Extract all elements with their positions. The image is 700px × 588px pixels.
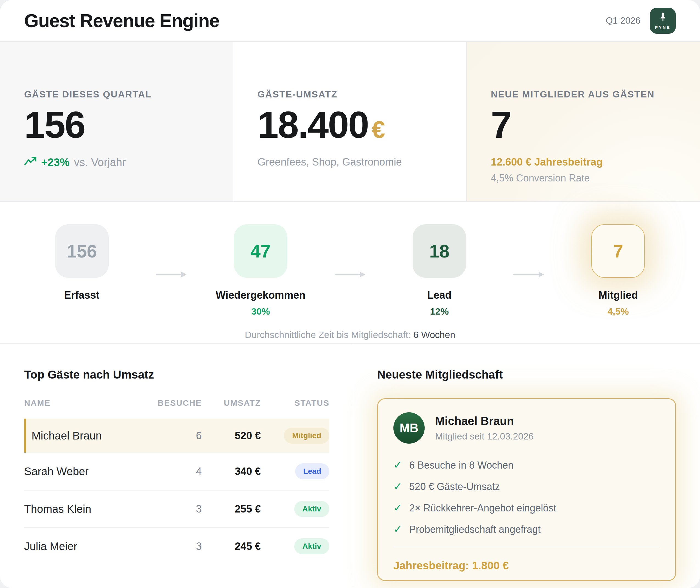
membership-card-header: MB Michael Braun Mitglied seit 12.03.202… — [393, 412, 660, 444]
top-guests-panel: Top Gäste nach Umsatz NAME BESUCHE UMSAT… — [0, 344, 353, 587]
check-icon: ✓ — [393, 480, 402, 492]
stats-row: GÄSTE DIESES QUARTAL 156 +23% vs. Vorjah… — [0, 41, 700, 202]
check-icon: ✓ — [393, 523, 402, 535]
guests-table: NAME BESUCHE UMSATZ STATUS Michael Braun… — [24, 398, 329, 565]
delta-suffix: vs. Vorjahr — [74, 156, 126, 169]
stat-value: 18.400 € — [257, 106, 447, 144]
check-text: 2× Rückkehrer-Angebot eingelöst — [409, 502, 556, 514]
revenue-amount: 18.400 — [257, 106, 368, 144]
status-badge: Aktiv — [294, 501, 329, 517]
euro-currency: € — [372, 117, 385, 142]
page-title: Guest Revenue Engine — [24, 10, 219, 31]
guests-table-title: Top Gäste nach Umsatz — [24, 368, 329, 381]
arrow-right-icon — [156, 271, 187, 317]
check-text: 6 Besuche in 8 Wochen — [409, 460, 514, 471]
column-header-revenue: UMSATZ — [202, 398, 261, 408]
guest-status: Aktiv — [261, 501, 329, 517]
annual-fee: Jahresbeitrag: 1.800 € — [393, 559, 660, 572]
avatar: MB — [393, 412, 425, 444]
check-icon: ✓ — [393, 502, 402, 514]
stat-subtext: Greenfees, Shop, Gastronomie — [257, 156, 447, 168]
status-badge: Mitglied — [284, 428, 329, 444]
funnel-step-label: Mitglied — [598, 289, 638, 301]
divider — [393, 547, 660, 547]
bottom-section: Top Gäste nach Umsatz NAME BESUCHE UMSAT… — [0, 344, 700, 587]
table-row[interactable]: Thomas Klein 3 255 € Aktiv — [24, 490, 329, 527]
guest-name: Sarah Weber — [24, 465, 155, 478]
funnel-step-wiedergekommen: 47 Wiedergekommen 30% — [214, 224, 307, 317]
stat-card-revenue: GÄSTE-UMSATZ 18.400 € Greenfees, Shop, G… — [233, 42, 467, 201]
funnel-step-percent: 12% — [430, 306, 449, 317]
funnel-step-percent: 30% — [251, 306, 270, 317]
funnel-step-label: Lead — [427, 289, 452, 301]
newest-membership-panel: Neueste Mitgliedschaft MB Michael Braun … — [353, 344, 699, 587]
brand-logo: PYNE — [650, 8, 676, 34]
list-item: ✓ 6 Besuche in 8 Wochen — [393, 459, 660, 471]
check-text: Probemitgliedschaft angefragt — [409, 524, 541, 535]
guest-revenue: 520 € — [202, 430, 261, 442]
conversion-funnel: 156 Erfasst 47 Wiedergekommen 30% — [0, 202, 700, 344]
pine-tree-icon — [658, 12, 668, 24]
header-right: Q1 2026 PYNE — [606, 8, 676, 34]
funnel-step-label: Erfasst — [64, 289, 100, 301]
guest-visits: 3 — [155, 541, 202, 552]
guest-name: Thomas Klein — [24, 503, 155, 515]
membership-checklist: ✓ 6 Besuche in 8 Wochen ✓ 520 € Gäste-Um… — [393, 459, 660, 535]
guest-name: Julia Meier — [24, 540, 155, 553]
guest-revenue: 340 € — [202, 466, 261, 477]
funnel-box: 18 — [413, 224, 466, 278]
table-row[interactable]: Sarah Weber 4 340 € Lead — [24, 453, 329, 490]
funnel-step-label: Wiedergekommen — [216, 289, 306, 301]
list-item: ✓ 2× Rückkehrer-Angebot eingelöst — [393, 502, 660, 514]
trending-up-icon — [24, 156, 37, 169]
guest-visits: 6 — [155, 430, 202, 442]
guest-name: Michael Braun — [32, 430, 155, 442]
avg-time-label: Durchschnittliche Zeit bis Mitgliedschaf… — [245, 329, 411, 340]
check-text: 520 € Gäste-Umsatz — [409, 481, 500, 492]
header: Guest Revenue Engine Q1 2026 PYNE — [0, 0, 700, 41]
funnel-step-lead: 18 Lead 12% — [393, 224, 486, 317]
funnel-row: 156 Erfasst 47 Wiedergekommen 30% — [0, 202, 700, 317]
column-header-status: STATUS — [261, 398, 329, 408]
stat-highlight: 12.600 € Jahresbeitrag — [491, 156, 681, 168]
stat-label: GÄSTE DIESES QUARTAL — [24, 89, 214, 100]
list-item: ✓ Probemitgliedschaft angefragt — [393, 523, 660, 535]
list-item: ✓ 520 € Gäste-Umsatz — [393, 480, 660, 492]
guest-revenue: 245 € — [202, 541, 261, 552]
funnel-box: 156 — [55, 224, 109, 278]
avg-time-value: 6 Wochen — [413, 329, 455, 340]
guest-visits: 3 — [155, 503, 202, 515]
table-row[interactable]: Michael Braun 6 520 € Mitglied — [24, 419, 329, 453]
funnel-box: 7 — [591, 224, 645, 278]
arrow-right-icon — [513, 271, 544, 317]
check-icon: ✓ — [393, 459, 402, 471]
stat-delta: +23% vs. Vorjahr — [24, 156, 214, 169]
stat-subtext: 4,5% Conversion Rate — [491, 172, 681, 184]
guest-status: Aktiv — [261, 538, 329, 554]
stat-value: 156 — [24, 106, 214, 144]
member-name: Michael Braun — [435, 415, 534, 428]
funnel-box: 47 — [234, 224, 287, 278]
funnel-step-erfasst: 156 Erfasst — [35, 224, 128, 317]
status-badge: Lead — [295, 463, 329, 479]
guest-revenue: 255 € — [202, 503, 261, 515]
table-row[interactable]: Julia Meier 3 245 € Aktiv — [24, 527, 329, 565]
delta-percent: +23% — [41, 156, 69, 169]
stat-card-new-members: NEUE MITGLIEDER AUS GÄSTEN 7 12.600 € Ja… — [467, 42, 700, 201]
brand-logo-text: PYNE — [655, 25, 671, 30]
funnel-step-percent: 4,5% — [607, 306, 629, 317]
stat-label: NEUE MITGLIEDER AUS GÄSTEN — [491, 89, 681, 100]
stat-card-guests: GÄSTE DIESES QUARTAL 156 +23% vs. Vorjah… — [0, 42, 233, 201]
membership-identity: Michael Braun Mitglied seit 12.03.2026 — [435, 415, 534, 442]
stat-label: GÄSTE-UMSATZ — [257, 89, 447, 100]
arrow-right-icon — [335, 271, 365, 317]
guests-table-header: NAME BESUCHE UMSATZ STATUS — [24, 398, 329, 408]
column-header-name: NAME — [24, 398, 155, 408]
avg-time-note: Durchschnittliche Zeit bis Mitgliedschaf… — [0, 329, 700, 340]
status-badge: Aktiv — [294, 538, 329, 554]
funnel-step-mitglied: 7 Mitglied 4,5% — [572, 224, 665, 317]
membership-card: MB Michael Braun Mitglied seit 12.03.202… — [377, 398, 676, 581]
stat-value: 7 — [491, 106, 681, 144]
guest-visits: 4 — [155, 466, 202, 477]
member-since: Mitglied seit 12.03.2026 — [435, 431, 534, 442]
